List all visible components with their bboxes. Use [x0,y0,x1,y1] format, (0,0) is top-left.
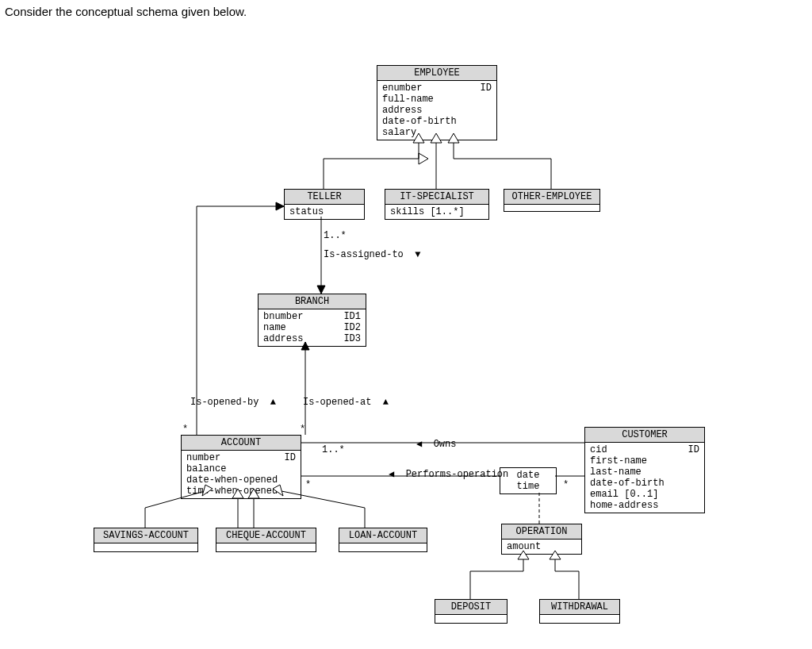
class-title: WITHDRAWAL [540,600,619,615]
mult-teller: 1..* [324,230,347,241]
svg-marker-0 [419,153,428,164]
triangle-left-icon: ◀ [389,469,400,480]
class-teller: TELLER status [284,189,365,220]
attr-row: enumberID [382,83,492,94]
attr-row: salary [382,127,492,138]
qualifier-date: date [505,470,551,481]
class-savings-account: SAVINGS-ACCOUNT [94,528,198,552]
attr-row: date-of-birth [382,116,492,127]
attr-row: status [289,206,359,217]
class-title: DEPOSIT [435,600,507,615]
attr-row: addressID3 [263,333,361,344]
svg-marker-5 [276,202,284,210]
attr-row: last-name [590,467,699,478]
class-body: bnumberID1 nameID2 addressID3 [259,309,366,346]
class-body [216,543,316,551]
class-it-specialist: IT-SPECIALIST skills [1..*] [385,189,489,220]
class-title: CHEQUE-ACCOUNT [216,528,316,543]
class-cheque-account: CHEQUE-ACCOUNT [216,528,316,552]
attr-row: balance [186,463,296,474]
qualifier-time: time [505,481,551,492]
triangle-left-icon: ◀ [416,439,427,450]
class-title: BRANCH [259,294,366,309]
triangle-up-icon: ▲ [265,397,276,408]
attr-row: date-of-birth [590,478,699,489]
svg-marker-4 [317,286,325,294]
class-loan-account: LOAN-ACCOUNT [339,528,427,552]
class-body: amount [502,540,581,554]
class-body [435,615,507,623]
class-body [540,615,619,623]
attr-row: full-name [382,94,492,105]
class-title: ACCOUNT [182,436,301,451]
class-body: status [285,205,364,219]
class-body: cidID first-name last-name date-of-birth… [585,443,704,513]
class-title: TELLER [285,190,364,205]
class-title: OPERATION [502,524,581,540]
mult-account-opened-at: * [300,424,305,435]
attr-row: home-address [590,500,699,511]
class-other-employee: OTHER-EMPLOYEE [504,189,600,212]
mult-account-opened-by: * [182,424,188,435]
class-account: ACCOUNT numberID balance date-when-opene… [181,435,301,499]
triangle-up-icon: ▲ [377,397,389,408]
class-customer: CUSTOMER cidID first-name last-name date… [584,427,705,513]
class-deposit: DEPOSIT [435,599,508,624]
attr-row: date-when-opened [186,474,296,486]
class-body: skills [1..*] [385,205,488,219]
class-branch: BRANCH bnumberID1 nameID2 addressID3 [258,294,366,347]
label-owns: ◀ Owns [416,438,456,450]
class-body [504,205,599,211]
class-title: EMPLOYEE [377,66,496,81]
attr-row: first-name [590,455,699,467]
class-body: numberID balance date-when-opened time-w… [182,451,301,498]
attr-row: time-when-opened [186,486,296,497]
mult-account-performs: * [305,479,311,490]
class-employee: EMPLOYEE enumberID full-name address dat… [377,65,497,140]
attr-row: numberID [186,452,296,463]
instruction-text: Consider the conceptual schema given bel… [5,5,247,18]
triangle-down-icon: ▼ [409,249,420,260]
class-title: CUSTOMER [585,428,704,443]
attr-row: email [0..1] [590,489,699,500]
attr-row: bnumberID1 [263,311,361,322]
label-is-opened-by: Is-opened-by ▲ [190,397,276,408]
attr-row: nameID2 [263,322,361,333]
attr-row: amount [507,541,576,552]
class-body [339,543,427,551]
class-title: OTHER-EMPLOYEE [504,190,599,205]
mult-account-owns: 1..* [322,444,345,455]
attr-row: cidID [590,444,699,455]
class-body: enumberID full-name address date-of-birt… [377,81,496,140]
attr-row: skills [1..*] [390,206,484,217]
class-title: IT-SPECIALIST [385,190,488,205]
qualifier-body: date time [500,468,556,493]
attr-row: address [382,105,492,116]
label-is-assigned-to: Is-assigned-to ▼ [324,249,420,260]
class-operation: OPERATION amount [501,524,582,555]
label-performs-operation: ◀ Performs-operation [389,468,508,480]
class-body [94,543,197,551]
class-title: SAVINGS-ACCOUNT [94,528,197,543]
class-title: LOAN-ACCOUNT [339,528,427,543]
class-withdrawal: WITHDRAWAL [539,599,620,624]
diagram-page: Consider the conceptual schema given bel… [0,0,812,649]
mult-customer-performs: * [563,479,569,490]
label-is-opened-at: Is-opened-at ▲ [303,397,389,408]
